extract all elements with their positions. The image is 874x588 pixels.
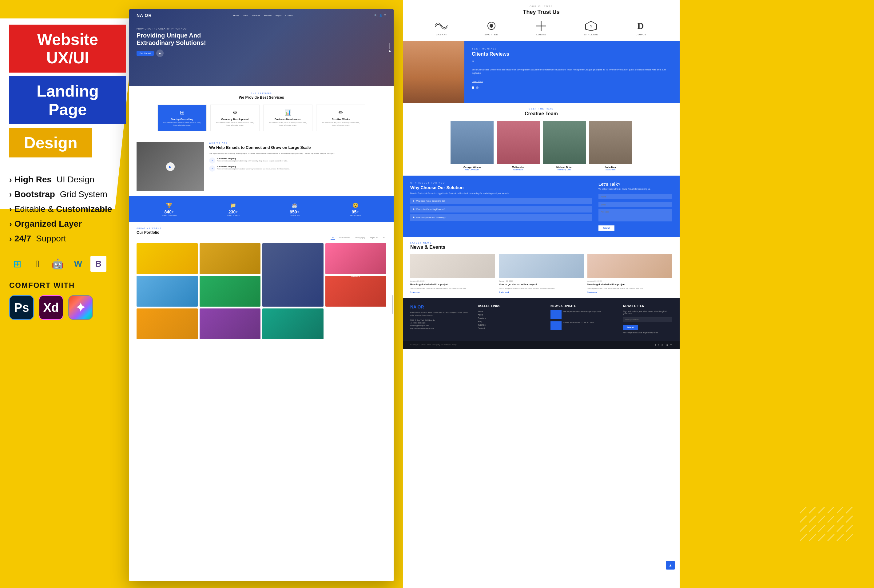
contact-submit-button[interactable]: Submit: [598, 225, 615, 231]
footer-link-contact[interactable]: Contact: [478, 327, 544, 329]
about-play-button[interactable]: ▶: [166, 162, 175, 171]
news-readmore-1[interactable]: 5 min read: [410, 291, 495, 293]
team-role-julia: Accountant: [589, 168, 632, 171]
hero-content: PROVIDING THE CREATIVITY FOR YOU Providi…: [129, 21, 394, 63]
right-panel: OUR CLIENTS They Trust Us CABANI: [403, 0, 680, 588]
review-dot-1[interactable]: [472, 86, 474, 89]
social-youtube[interactable]: yt: [670, 344, 672, 346]
why-us-label: WHY INVEST FOR YOU: [410, 182, 592, 184]
stallion-icon: S: [583, 20, 599, 32]
news-img-1: [410, 254, 495, 278]
footer-news-text-1: We tell you the most news straight to yo…: [564, 310, 601, 319]
svg-line-19: [800, 525, 807, 531]
cert-text-2: Certified Company Nemo enim ipsam volupt…: [217, 165, 290, 170]
nav-search-icon[interactable]: 🔍: [374, 14, 377, 17]
portfolio-tab-photo[interactable]: Photography: [354, 236, 367, 240]
svg-line-30: [846, 534, 853, 541]
footer-news-item-1: We tell you the most news straight to yo…: [550, 310, 617, 319]
portfolio-item-7: Cover DesignDESIGN +: [325, 276, 387, 307]
footer-nl-submit[interactable]: Submit: [623, 325, 638, 330]
footer-nl-desc: Sign up for alerts, our latest news, lat…: [623, 310, 672, 315]
news-section: LATEST NEWS News & Events January 20, 20…: [403, 237, 680, 298]
team-role-george: Web Developer: [451, 168, 493, 171]
faq-question-2: What is the Consulting Process?: [416, 208, 445, 210]
portfolio-item-2: [199, 243, 261, 274]
news-grid: January 20, 2020 How to get started with…: [410, 254, 672, 293]
trust-logo-cabani: CABANI: [433, 20, 449, 36]
contact-message-input[interactable]: [598, 209, 672, 221]
review-dot-2[interactable]: [476, 86, 478, 89]
svg-line-25: [800, 534, 807, 541]
svg-line-15: [819, 516, 825, 522]
why-us-title: Why Choose Our Solution: [410, 185, 592, 190]
stallion-name: STALLION: [584, 33, 598, 36]
news-card-1: January 20, 2020 How to get started with…: [410, 254, 495, 293]
feature-editable: ›Editable & Customizable: [9, 204, 163, 214]
comfort-label: COMFORT WITH: [9, 281, 163, 290]
stat-num-projects: 840+: [162, 209, 177, 214]
nav-services[interactable]: Services: [252, 15, 261, 16]
footer-nl-input[interactable]: [623, 317, 672, 322]
news-title: News & Events: [410, 244, 672, 250]
contact-name-input[interactable]: [598, 194, 672, 199]
faq-plus-3: +: [413, 216, 415, 219]
footer-link-home[interactable]: Home: [478, 310, 544, 312]
social-linkedin[interactable]: in: [661, 344, 663, 346]
nav-user-icon[interactable]: 👤: [379, 14, 382, 17]
portfolio-tabs: All Startup Ideas Photography Digital Ar…: [331, 236, 386, 240]
faq-item-3[interactable]: + What our Approach to Marketing?: [410, 214, 592, 221]
footer-link-services[interactable]: Services: [478, 317, 544, 319]
trust-label: OUR CLIENTS: [410, 5, 672, 8]
team-member-julia: Julia May Accountant: [589, 121, 632, 171]
footer-news-col: NEWS & UPDATE We tell you the most news …: [550, 304, 617, 335]
nav-pages[interactable]: Pages: [276, 15, 282, 16]
news-img-2: [499, 254, 584, 278]
nav-menu-icon[interactable]: ☰: [384, 14, 386, 17]
footer-news-img-1: [550, 310, 562, 319]
service-name-startup: Startup Consulting: [161, 118, 203, 120]
nav-home[interactable]: Home: [234, 15, 239, 16]
nav-about[interactable]: About: [243, 15, 248, 16]
service-desc-startup: We understand the power of lorem ipsum s…: [161, 122, 203, 126]
contact-email-input[interactable]: [598, 202, 672, 207]
footer-news-title: NEWS & UPDATE: [550, 304, 617, 308]
cabani-name: CABANI: [436, 33, 447, 36]
nav-contact[interactable]: Contact: [285, 15, 293, 16]
social-facebook[interactable]: f: [655, 344, 656, 346]
team-name-melisa: Melisa Joe: [497, 166, 540, 168]
review-title: Clients Reviews: [472, 51, 672, 57]
portfolio-tab-all[interactable]: All: [331, 236, 335, 240]
about-text: WHO WE ARE We Help Brnads to Connect and…: [209, 142, 386, 191]
footer-link-about[interactable]: About: [478, 314, 544, 316]
news-readmore-3[interactable]: 5 min read: [588, 291, 672, 293]
review-readmore[interactable]: Learn More: [472, 80, 483, 82]
hero-cta-button[interactable]: Get Started: [136, 51, 154, 56]
svg-line-27: [819, 534, 825, 541]
footer-link-blog[interactable]: Blog: [478, 321, 544, 322]
service-card-business: 📊 Business Maintenance We understand the…: [263, 105, 312, 131]
footer-nl-title: NEWSLETTER: [623, 304, 672, 308]
cabani-icon: [433, 20, 449, 32]
team-member-michael: Michael Brian Marketing Lead: [543, 121, 586, 171]
footer-link-tutorials[interactable]: Tutorials: [478, 324, 544, 326]
faq-item-2[interactable]: + What is the Consulting Process?: [410, 206, 592, 213]
scroll-to-top-button[interactable]: ▲: [666, 561, 675, 570]
certified-1: ✓ Certified Company Nemo enim ipsam volu…: [209, 158, 386, 164]
team-photo-melisa: [497, 121, 540, 164]
copyright-text: Copyright © NA OR 2021. Design by SM AI …: [410, 344, 457, 346]
hero-play-button[interactable]: ▶: [156, 50, 163, 57]
cover-label: Cover DesignDESIGN +: [325, 276, 387, 303]
portfolio-tab-startup[interactable]: Startup Ideas: [338, 236, 351, 240]
nav-portfolio[interactable]: Portfolio: [264, 15, 272, 16]
portfolio-tab-more[interactable]: All: [382, 236, 386, 240]
social-twitter[interactable]: t: [658, 344, 659, 346]
portfolio-tab-digital[interactable]: Digital Art: [369, 236, 379, 240]
wordpress-icon: W: [70, 256, 86, 272]
news-excerpt-2: Sed ut perspiciatis unde omnis iste natu…: [499, 287, 584, 290]
scrollbar[interactable]: [392, 295, 393, 314]
news-readmore-2[interactable]: 5 min read: [499, 291, 584, 293]
about-label: WHO WE ARE: [209, 142, 386, 144]
review-text: Sed ut perspiciatis unde omnis iste natu…: [472, 68, 672, 75]
faq-item-1[interactable]: + What does Nexor Consulting do?: [410, 198, 592, 204]
social-instagram[interactable]: ig: [666, 344, 668, 346]
